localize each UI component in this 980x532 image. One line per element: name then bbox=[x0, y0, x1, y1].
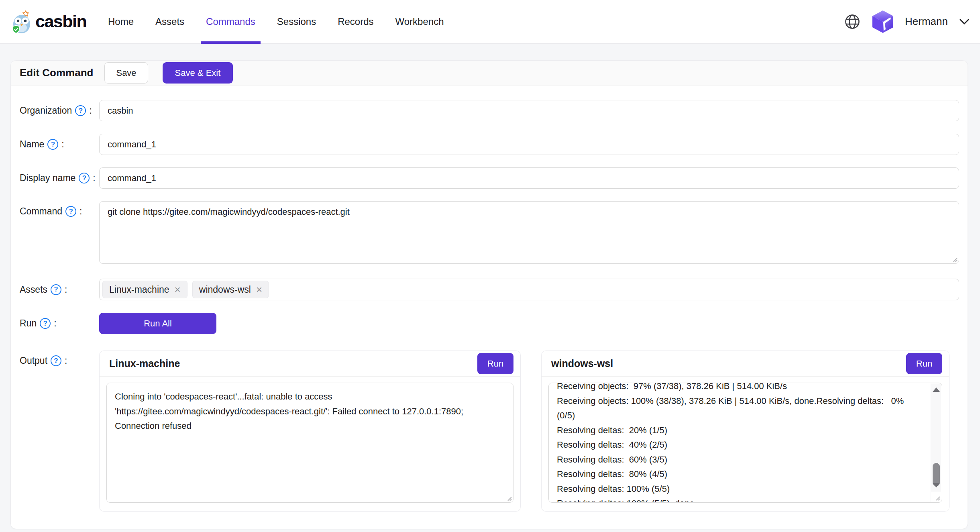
display-name-label: Display name bbox=[20, 173, 99, 183]
run-linux-machine-button[interactable]: Run bbox=[477, 353, 513, 374]
linux-machine-output[interactable]: Cloning into 'codespaces-react'...fatal:… bbox=[106, 383, 513, 503]
remove-tag-icon[interactable] bbox=[175, 284, 181, 295]
resize-handle-icon[interactable] bbox=[951, 256, 958, 262]
row-name: Name bbox=[20, 134, 959, 155]
output-panel-linux-machine: Linux-machine Run Cloning into 'codespac… bbox=[99, 351, 521, 512]
name-input[interactable] bbox=[99, 134, 959, 155]
panel-title: Linux-machine bbox=[109, 358, 180, 369]
label-colon bbox=[54, 318, 56, 329]
run-all-button[interactable]: Run All bbox=[99, 313, 216, 334]
scrollbar[interactable] bbox=[931, 383, 941, 491]
label-colon bbox=[65, 355, 67, 366]
save-button[interactable]: Save bbox=[104, 62, 148, 84]
help-icon[interactable] bbox=[65, 206, 76, 217]
command-textarea[interactable]: git clone https://gitee.com/magicwindyyd… bbox=[108, 207, 951, 258]
name-label-text: Name bbox=[20, 139, 44, 150]
label-colon bbox=[89, 105, 92, 116]
help-icon[interactable] bbox=[79, 173, 90, 183]
organization-label: Organization bbox=[20, 105, 99, 116]
chevron-down-icon[interactable] bbox=[959, 18, 970, 25]
asset-tag-linux-machine: Linux-machine bbox=[102, 281, 187, 298]
command-label: Command bbox=[20, 201, 99, 217]
row-organization: Organization bbox=[20, 100, 959, 121]
row-assets: Assets Linux-machine windows-wsl bbox=[20, 279, 959, 300]
display-name-input[interactable] bbox=[99, 167, 959, 189]
label-colon bbox=[65, 284, 67, 295]
help-icon[interactable] bbox=[51, 284, 61, 295]
resize-handle-icon[interactable] bbox=[505, 495, 512, 501]
top-navbar: casbin Home Assets Commands Sessions Rec… bbox=[0, 0, 980, 44]
card-header: Edit Command Save Save & Exit bbox=[11, 61, 968, 86]
card-body: Organization Name bbox=[11, 86, 968, 512]
scroll-up-icon[interactable] bbox=[933, 387, 940, 392]
row-run: Run Run All bbox=[20, 313, 959, 334]
user-avatar[interactable] bbox=[872, 10, 894, 33]
username[interactable]: Hermann bbox=[905, 15, 948, 28]
command-label-text: Command bbox=[20, 206, 62, 217]
run-label-text: Run bbox=[20, 318, 37, 329]
panel-header: Linux-machine Run bbox=[100, 351, 520, 377]
remove-tag-icon[interactable] bbox=[256, 284, 262, 295]
output-text: Cloning into 'codespaces-react'...fatal:… bbox=[115, 389, 505, 434]
panel-body: Cloning into 'codespaces-react'...fatal:… bbox=[100, 377, 520, 503]
nav-item-assets[interactable]: Assets bbox=[145, 0, 195, 43]
organization-label-text: Organization bbox=[20, 105, 72, 116]
save-exit-button[interactable]: Save & Exit bbox=[163, 62, 233, 84]
edit-command-card: Edit Command Save Save & Exit Organizati… bbox=[10, 60, 968, 529]
output-label: Output bbox=[20, 351, 99, 366]
name-label: Name bbox=[20, 139, 99, 150]
assets-label-text: Assets bbox=[20, 284, 47, 295]
label-colon bbox=[79, 206, 82, 217]
casbin-owl-icon bbox=[10, 9, 34, 35]
output-text: Receiving objects: 97% (37/38), 378.26 K… bbox=[557, 383, 921, 503]
run-windows-wsl-button[interactable]: Run bbox=[906, 353, 942, 374]
nav-item-sessions[interactable]: Sessions bbox=[266, 0, 327, 43]
label-colon bbox=[61, 139, 64, 150]
main-nav: Home Assets Commands Sessions Records Wo… bbox=[97, 0, 455, 43]
help-icon[interactable] bbox=[51, 355, 61, 366]
row-output: Output Linux-machine Run bbox=[20, 351, 959, 512]
navbar-right: Hermann bbox=[844, 10, 970, 33]
organization-input[interactable] bbox=[99, 100, 959, 121]
nav-item-workbench[interactable]: Workbench bbox=[385, 0, 455, 43]
scroll-down-icon[interactable] bbox=[933, 483, 940, 487]
help-icon[interactable] bbox=[47, 139, 58, 150]
nav-item-records[interactable]: Records bbox=[327, 0, 384, 43]
help-icon[interactable] bbox=[75, 105, 86, 116]
help-icon[interactable] bbox=[40, 318, 51, 329]
output-label-text: Output bbox=[20, 355, 47, 366]
resize-handle-icon[interactable] bbox=[934, 494, 940, 501]
command-textarea-wrap: git clone https://gitee.com/magicwindyyd… bbox=[99, 201, 959, 264]
run-label: Run bbox=[20, 318, 99, 329]
panel-body: Receiving objects: 97% (37/38), 378.26 K… bbox=[542, 377, 949, 503]
casbin-brand[interactable]: casbin bbox=[10, 9, 97, 35]
nav-item-commands[interactable]: Commands bbox=[195, 0, 266, 43]
asset-tag-label: windows-wsl bbox=[199, 284, 251, 295]
panel-header: windows-wsl Run bbox=[542, 351, 949, 377]
asset-tag-label: Linux-machine bbox=[109, 284, 169, 295]
panel-title: windows-wsl bbox=[551, 358, 613, 369]
nav-item-home[interactable]: Home bbox=[97, 0, 145, 43]
row-display-name: Display name bbox=[20, 167, 959, 189]
assets-select[interactable]: Linux-machine windows-wsl bbox=[99, 279, 959, 300]
scrollbar-corner bbox=[931, 491, 941, 502]
label-colon bbox=[93, 173, 95, 183]
page-title: Edit Command bbox=[20, 67, 93, 79]
display-name-label-text: Display name bbox=[20, 173, 75, 183]
asset-tag-windows-wsl: windows-wsl bbox=[192, 281, 269, 298]
app-root: casbin Home Assets Commands Sessions Rec… bbox=[0, 0, 980, 529]
output-panel-windows-wsl: windows-wsl Run Receiving objects: 97% (… bbox=[541, 351, 949, 512]
windows-wsl-output[interactable]: Receiving objects: 97% (37/38), 378.26 K… bbox=[548, 383, 942, 503]
brand-name: casbin bbox=[35, 12, 86, 31]
row-command: Command git clone https://gitee.com/magi… bbox=[20, 201, 959, 264]
assets-label: Assets bbox=[20, 284, 99, 295]
output-panels: Linux-machine Run Cloning into 'codespac… bbox=[99, 351, 949, 512]
page-content: Edit Command Save Save & Exit Organizati… bbox=[0, 44, 980, 529]
language-globe-icon[interactable] bbox=[844, 13, 861, 30]
